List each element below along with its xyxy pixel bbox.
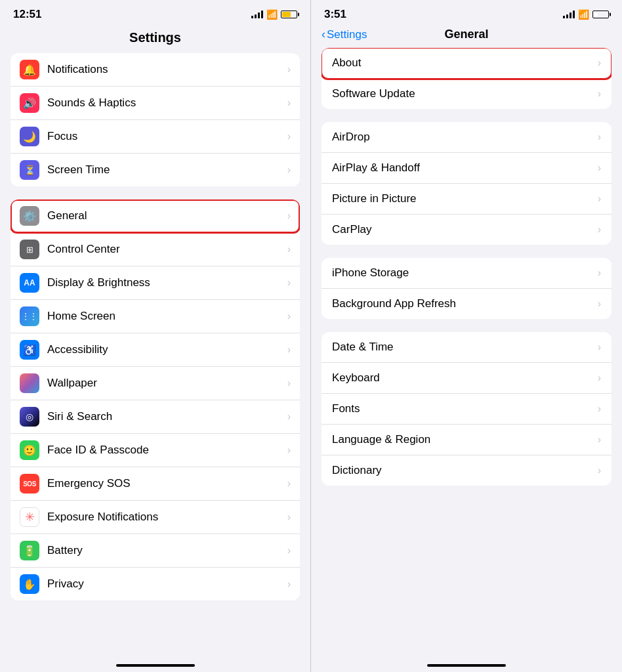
right-item-airplay-handoff[interactable]: AirPlay & Handoff › [321,153,612,184]
control-center-chevron: › [287,243,291,255]
airdrop-chevron: › [598,131,601,143]
right-battery-fill [594,12,598,17]
about-chevron: › [598,57,601,69]
display-icon: AA [20,273,39,293]
battery-label: Battery [47,544,287,557]
home-screen-icon: ⋮⋮ [20,306,39,326]
right-item-fonts[interactable]: Fonts › [321,394,612,425]
iphone-storage-chevron: › [598,267,601,279]
general-chevron: › [287,210,291,222]
settings-item-display[interactable]: AA Display & Brightness › [10,266,300,300]
right-page-title: General [444,28,488,41]
right-item-airdrop[interactable]: AirDrop › [321,122,612,153]
focus-chevron: › [287,131,291,142]
settings-item-siri[interactable]: ◎ Siri & Search › [10,400,300,434]
notifications-icon: 🔔 [20,60,39,79]
wallpaper-label: Wallpaper [47,377,287,390]
display-chevron: › [287,277,291,289]
right-phone-panel: 3:51 📶 ‹ Settings General [311,0,622,672]
right-item-about[interactable]: About › [321,48,612,79]
back-chevron-icon: ‹ [321,28,325,41]
right-wifi-icon: 📶 [578,9,589,20]
back-button[interactable]: ‹ Settings [321,28,367,41]
settings-item-battery[interactable]: 🔋 Battery › [10,534,300,568]
back-label: Settings [327,28,367,41]
right-group-4: Date & Time › Keyboard › Fonts › Languag… [321,332,612,486]
settings-scroll-area[interactable]: 🔔 Notifications › 🔊 Sounds & Haptics › 🌙… [0,53,310,659]
right-item-language-region[interactable]: Language & Region › [321,425,612,455]
fonts-label: Fonts [332,402,598,415]
right-item-date-time[interactable]: Date & Time › [321,332,612,363]
settings-item-accessibility[interactable]: ♿ Accessibility › [10,333,300,367]
software-update-chevron: › [598,88,601,100]
right-item-software-update[interactable]: Software Update › [321,79,612,109]
settings-item-screen-time[interactable]: ⏳ Screen Time › [10,154,300,186]
background-app-refresh-chevron: › [598,298,601,310]
left-scroll-indicator [116,664,195,667]
settings-item-general[interactable]: ⚙️ General › [10,200,300,233]
battery-settings-icon: 🔋 [20,541,39,560]
settings-item-wallpaper[interactable]: Wallpaper › [10,367,300,400]
left-status-time: 12:51 [13,8,41,21]
right-item-picture-in-picture[interactable]: Picture in Picture › [321,184,612,215]
language-region-label: Language & Region [332,433,598,446]
language-region-chevron: › [598,434,601,446]
focus-label: Focus [47,130,287,143]
sounds-icon: 🔊 [20,93,39,113]
wifi-icon: 📶 [266,9,278,20]
settings-item-control-center[interactable]: ⊞ Control Center › [10,233,300,266]
right-item-background-app-refresh[interactable]: Background App Refresh › [321,289,612,319]
wallpaper-chevron: › [287,377,291,389]
settings-item-home-screen[interactable]: ⋮⋮ Home Screen › [10,300,300,333]
battery-fill [282,12,291,17]
software-update-label: Software Update [332,87,598,100]
wallpaper-icon [20,373,39,393]
right-signal-icon [563,10,575,18]
right-item-carplay[interactable]: CarPlay › [321,215,612,245]
right-group-2: AirDrop › AirPlay & Handoff › Picture in… [321,122,612,245]
settings-item-exposure[interactable]: ✳ Exposure Notifications › [10,501,300,534]
general-label: General [47,209,287,222]
right-nav-inner: ‹ Settings General [321,28,612,41]
settings-item-notifications[interactable]: 🔔 Notifications › [10,53,300,87]
right-item-keyboard[interactable]: Keyboard › [321,363,612,394]
display-label: Display & Brightness [47,276,287,289]
settings-item-privacy[interactable]: ✋ Privacy › [10,568,300,600]
privacy-chevron: › [287,578,291,590]
fonts-chevron: › [598,403,601,415]
date-time-chevron: › [598,341,601,353]
left-status-icons: 📶 [251,9,297,20]
left-phone-panel: 12:51 📶 Settings 🔔 Notifications › � [0,0,311,672]
home-screen-chevron: › [287,310,291,322]
right-scroll-area[interactable]: About › Software Update › AirDrop › AirP… [311,48,622,659]
settings-item-sounds[interactable]: 🔊 Sounds & Haptics › [10,87,300,120]
settings-item-focus[interactable]: 🌙 Focus › [10,120,300,154]
accessibility-label: Accessibility [47,343,287,356]
emergency-sos-icon: SOS [20,474,39,494]
sounds-label: Sounds & Haptics [47,96,287,110]
right-status-time: 3:51 [324,8,346,21]
about-label: About [332,56,598,70]
face-id-icon: 🙂 [20,440,39,460]
right-item-dictionary[interactable]: Dictionary › [321,455,612,486]
carplay-chevron: › [598,224,601,236]
focus-icon: 🌙 [20,127,39,146]
right-item-iphone-storage[interactable]: iPhone Storage › [321,258,612,289]
emergency-sos-chevron: › [287,478,291,490]
keyboard-chevron: › [598,372,601,384]
notifications-chevron: › [287,64,291,75]
background-app-refresh-label: Background App Refresh [332,297,598,310]
right-navigation-bar: ‹ Settings General [311,25,622,48]
general-icon: ⚙️ [20,206,39,226]
face-id-chevron: › [287,444,291,456]
exposure-chevron: › [287,511,291,523]
battery-icon [281,10,297,18]
sounds-chevron: › [287,97,291,109]
picture-in-picture-chevron: › [598,193,601,205]
screen-time-icon: ⏳ [20,160,39,180]
privacy-label: Privacy [47,578,287,591]
settings-item-face-id[interactable]: 🙂 Face ID & Passcode › [10,434,300,467]
battery-chevron: › [287,545,291,556]
settings-item-emergency-sos[interactable]: SOS Emergency SOS › [10,467,300,501]
keyboard-label: Keyboard [332,371,598,385]
